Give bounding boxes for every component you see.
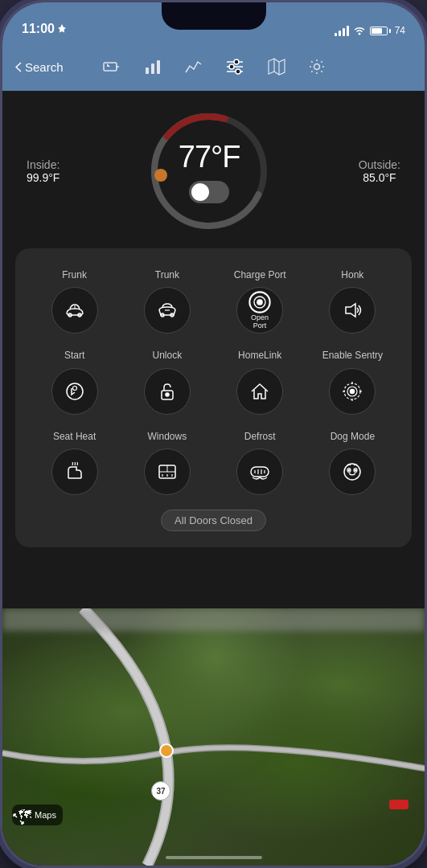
charge-port-control[interactable]: Charge Port OpenPort [214,261,306,342]
svg-point-33 [351,389,355,393]
time-display: 11:00 [22,22,55,36]
frunk-button[interactable] [51,287,98,334]
chart-icon[interactable] [144,58,162,76]
map-blur-overlay [2,608,425,631]
svg-rect-2 [146,68,149,74]
windows-icon [156,461,179,483]
signal-bars [335,26,349,36]
unlock-icon [156,380,179,403]
doors-badge: All Doors Closed [28,510,399,531]
homelink-icon [248,380,271,403]
honk-icon [341,299,363,321]
honk-button[interactable] [329,287,376,334]
map-background: 37 [2,608,425,866]
red-car-marker [389,800,409,809]
expand-map-area [12,813,25,825]
trunk-button[interactable] [144,287,191,334]
seat-heat-control[interactable]: Seat Heat [28,423,121,503]
defrost-control[interactable]: Defrost [214,423,306,503]
charge-port-label: Charge Port [234,269,286,280]
nav-icons [15,56,412,77]
map-section: 37 🗺 Maps [2,608,425,866]
frunk-control[interactable]: Frunk [28,261,121,342]
windows-control[interactable]: Windows [121,423,213,503]
map-canvas: 37 🗺 Maps [2,608,425,866]
trunk-icon [156,299,179,321]
main-content: Inside: 99.9°F 77°F [2,91,425,866]
start-control[interactable]: Start [28,342,121,422]
homelink-label: HomeLink [238,350,281,361]
gear-icon[interactable] [308,58,326,76]
dog-mode-icon [341,461,363,483]
frunk-icon [64,299,86,321]
maps-label: Maps [35,810,56,820]
sentry-label: Enable Sentry [322,350,383,361]
svg-marker-11 [269,59,285,75]
sentry-icon [341,380,363,403]
homelink-control[interactable]: HomeLink [214,342,306,422]
svg-point-8 [234,59,239,64]
controls-card: Frunk Trunk [15,248,412,547]
honk-control[interactable]: Honk [306,261,399,342]
svg-point-30 [166,393,169,396]
svg-rect-39 [251,467,269,477]
defrost-button[interactable] [236,448,283,495]
battery-percent: 74 [395,25,405,36]
back-button[interactable]: Search [15,60,64,74]
svg-point-26 [257,300,262,305]
homelink-button[interactable] [236,368,283,415]
svg-rect-4 [157,60,160,74]
doors-status: All Doors Closed [161,510,266,531]
defrost-label: Defrost [244,431,276,442]
start-button[interactable] [51,368,98,415]
location-marker [159,743,174,758]
battery-nav-icon[interactable] [102,57,121,76]
sliders-icon[interactable] [224,56,245,77]
sentry-button[interactable] [329,368,376,415]
start-icon [64,380,86,403]
toggle-knob [191,183,209,201]
svg-point-10 [236,69,240,74]
svg-point-44 [344,464,360,480]
signal-bar-3 [343,28,345,36]
inside-temp: Inside: 99.9°F [27,158,60,184]
back-label: Search [25,60,64,74]
status-time: 11:00 [22,22,66,36]
signal-bar-1 [335,33,337,36]
windows-label: Windows [148,431,187,442]
map-icon[interactable] [268,58,285,76]
dog-mode-button[interactable] [329,448,376,495]
dog-mode-label: Dog Mode [331,431,375,442]
charge-port-button[interactable]: OpenPort [236,287,283,334]
unlock-button[interactable] [144,368,191,415]
status-icons: 74 [335,25,405,36]
home-indicator [166,856,262,859]
svg-point-14 [314,64,319,70]
svg-point-48 [355,469,357,471]
phone-frame: 11:00 74 [0,0,427,868]
start-label: Start [64,350,84,361]
seat-heat-button[interactable] [51,448,98,495]
temp-gauge: 77°F [145,107,273,235]
sentry-control[interactable]: Enable Sentry [306,342,399,422]
signal-bar-2 [339,31,341,36]
graph-icon[interactable] [184,58,202,76]
charge-port-text: OpenPort [251,314,269,330]
temp-display: 77°F [179,140,240,174]
seat-heat-icon [64,461,86,483]
windows-button[interactable] [144,448,191,495]
back-chevron-icon [15,62,22,72]
expand-icon [12,813,25,825]
svg-point-9 [229,64,234,69]
unlock-control[interactable]: Unlock [121,342,213,422]
temp-center: 77°F [179,140,240,203]
trunk-control[interactable]: Trunk [121,261,213,342]
dog-mode-control[interactable]: Dog Mode [306,423,399,503]
battery-icon [370,27,391,35]
honk-label: Honk [341,269,363,280]
road-number-badge: 37 [151,781,170,800]
svg-point-18 [154,169,167,182]
svg-point-28 [72,386,76,390]
defrost-icon [248,461,271,483]
ac-toggle[interactable] [189,181,229,203]
